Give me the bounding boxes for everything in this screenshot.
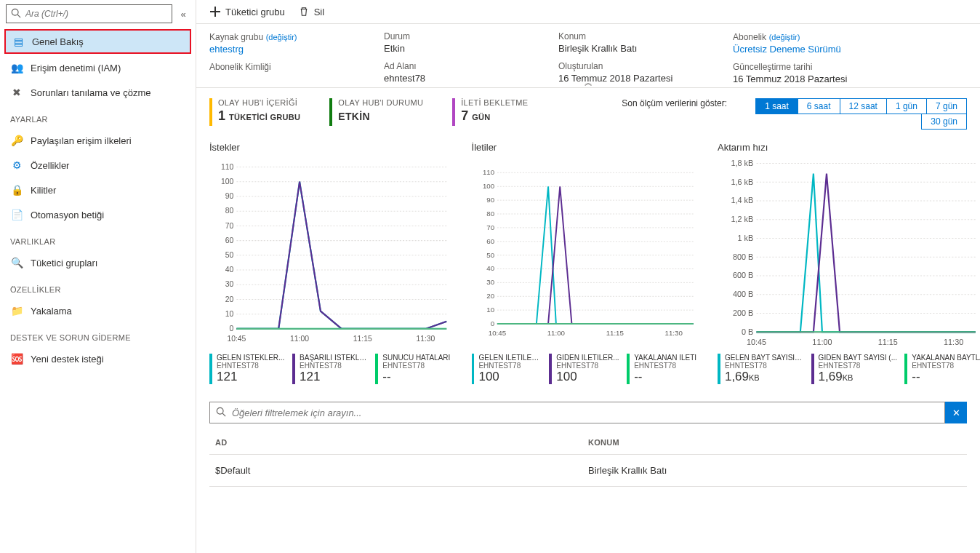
svg-point-0 <box>12 9 18 15</box>
chart-metric[interactable]: GİDEN İLETİLER... EHNTEST78 100 <box>549 354 619 384</box>
chart-metric[interactable]: GELEN BAYT SAYISI (... EHNTEST78 1,69KB <box>718 354 804 384</box>
change-rg-link[interactable]: (değiştir) <box>266 33 297 41</box>
metric-value: 100 <box>478 370 542 384</box>
nav-diagnose[interactable]: ✖ Sorunları tanılama ve çözme <box>0 80 196 105</box>
time-range-buttons: 1 saat6 saat12 saat1 gün7 gün30 gün <box>734 98 967 129</box>
stat-bar-icon <box>452 98 455 126</box>
svg-text:400 B: 400 B <box>733 290 753 298</box>
svg-text:10: 10 <box>225 310 234 318</box>
metric-color-bar <box>292 354 295 384</box>
nav-section-features: ÖZELLİKLER <box>0 275 196 298</box>
svg-text:600 B: 600 B <box>733 271 753 279</box>
chart-metric[interactable]: SUNUCU HATALARI EHNTEST78 -- <box>375 354 451 384</box>
nav-label: Sorunları tanılama ve çözme <box>31 87 150 98</box>
chart-metric[interactable]: GELEN İSTEKLER... EHNTEST78 121 <box>209 354 285 384</box>
nav-properties[interactable]: ⚙ Özellikler <box>0 153 196 178</box>
nav-iam[interactable]: 👥 Erişim denetimi (IAM) <box>0 55 196 80</box>
metric-color-bar <box>811 354 814 384</box>
metric-color-bar <box>375 354 378 384</box>
nav-consumer-groups[interactable]: 🔍 Tüketici grupları <box>0 250 196 275</box>
add-consumer-group-button[interactable]: Tüketici grubu <box>209 6 285 17</box>
script-icon: 📄 <box>10 208 23 221</box>
nav-automation[interactable]: 📄 Otomasyon betiği <box>0 202 196 227</box>
table-row[interactable]: $DefaultBirleşik Krallık Batı <box>209 455 967 487</box>
svg-text:11:15: 11:15 <box>353 335 372 343</box>
ess-ns-value: ehntest78 <box>384 73 529 84</box>
metric-sub: EHNTEST78 <box>725 362 804 370</box>
stat-unit: TÜKETİCİ GRUBU <box>229 113 300 122</box>
nav-label: Yeni destek isteği <box>31 354 104 365</box>
stat-status: OLAY HUB'I DURUMU ETKİN <box>329 98 423 126</box>
svg-text:30: 30 <box>486 278 494 286</box>
nav-capture[interactable]: 📁 Yakalama <box>0 298 196 323</box>
metric-name: YAKALANAN BAYTLAR <box>912 354 980 362</box>
time-range-option[interactable]: 7 gün <box>926 98 967 114</box>
stat-label: İLETİ BEKLETME <box>461 98 528 107</box>
nav-shared-policies[interactable]: 🔑 Paylaşılan erişim ilkeleri <box>0 128 196 153</box>
delete-button[interactable]: Sil <box>298 6 324 17</box>
nav-overview[interactable]: ▤ Genel Bakış <box>4 29 191 54</box>
ess-sub-label: Abonelik <box>733 32 766 42</box>
overview-icon: ▤ <box>12 35 25 48</box>
chart-metric[interactable]: GELEN İLETİLER... EHNTEST78 100 <box>472 354 542 384</box>
svg-text:110: 110 <box>221 163 234 171</box>
metric-sub: EHNTEST78 <box>478 362 542 370</box>
svg-text:11:00: 11:00 <box>812 338 832 346</box>
chart-metric[interactable]: BAŞARILI İSTEKLER EHNTEST78 121 <box>292 354 368 384</box>
svg-text:0: 0 <box>229 325 233 333</box>
nav-new-support[interactable]: 🆘 Yeni destek isteği <box>0 346 196 371</box>
collapse-sidebar-button[interactable]: « <box>177 9 190 20</box>
search-input[interactable] <box>25 9 167 19</box>
stat-label: OLAY HUB'I İÇERİĞİ <box>218 98 300 107</box>
stat-unit: GÜN <box>472 113 490 122</box>
chart-metric[interactable]: YAKALANAN İLETİ EHNTEST78 -- <box>627 354 697 384</box>
nav-label: Erişim denetimi (IAM) <box>31 63 121 73</box>
filter-input-wrapper[interactable] <box>209 402 945 423</box>
button-label: Sil <box>314 7 324 17</box>
stat-content: OLAY HUB'I İÇERİĞİ 1 TÜKETİCİ GRUBU <box>209 98 300 126</box>
nav-locks[interactable]: 🔒 Kilitler <box>0 178 196 202</box>
metric-sub: EHNTEST78 <box>634 362 696 370</box>
metric-sub: EHNTEST78 <box>300 362 368 370</box>
ess-loc-value: Birleşik Krallık Batı <box>558 43 704 54</box>
ess-created-label: Oluşturulan <box>558 61 704 71</box>
svg-text:90: 90 <box>486 196 494 204</box>
collapse-essentials-button[interactable]: ︽ <box>585 77 593 88</box>
ess-rg-value[interactable]: ehtestrg <box>209 44 355 55</box>
chart-area[interactable]: 010203040506070809010011010:4511:0011:15… <box>209 159 451 348</box>
metric-color-bar <box>549 354 552 384</box>
button-label: Tüketici grubu <box>225 7 285 17</box>
sliders-icon: ⚙ <box>10 159 23 172</box>
stat-label: OLAY HUB'I DURUMU <box>338 98 423 107</box>
metric-name: BAŞARILI İSTEKLER <box>300 354 368 362</box>
chart-metric[interactable]: YAKALANAN BAYTLAR EHNTEST78 -- <box>904 354 980 384</box>
svg-text:20: 20 <box>486 292 494 300</box>
time-range-option[interactable]: 6 saat <box>798 98 840 114</box>
chart-area[interactable]: 0 B200 B400 B600 B800 B1 kB1,2 kB1,4 kB1… <box>718 159 980 348</box>
stat-bar-icon <box>209 98 212 126</box>
chart-area[interactable]: 010203040506070809010011010:4511:0011:15… <box>472 159 697 348</box>
table-header: AD KONUM <box>209 431 967 455</box>
main-panel: Tüketici grubu Sil Kaynak grubu (değişti… <box>196 0 980 553</box>
change-sub-link[interactable]: (değiştir) <box>769 33 800 41</box>
svg-text:11:00: 11:00 <box>290 335 309 343</box>
metric-sub: EHNTEST78 <box>819 362 897 370</box>
search-input-wrapper[interactable] <box>6 4 172 23</box>
svg-text:40: 40 <box>225 266 234 274</box>
clear-filter-button[interactable]: ✕ <box>945 402 967 423</box>
col-name-header[interactable]: AD <box>215 438 588 447</box>
ess-sub-value[interactable]: Ücretsiz Deneme Sürümü <box>733 44 878 55</box>
chart-metric[interactable]: GİDEN BAYT SAYISI (... EHNTEST78 1,69KB <box>811 354 898 384</box>
row-name: $Default <box>215 465 588 476</box>
time-range-option[interactable]: 1 saat <box>755 98 798 114</box>
time-range-option[interactable]: 12 saat <box>840 98 887 114</box>
stat-value: 7 <box>461 108 468 123</box>
time-range-option[interactable]: 1 gün <box>886 98 927 114</box>
metric-sub: EHNTEST78 <box>556 362 619 370</box>
chart-panel: İstekler 010203040506070809010011010:451… <box>209 142 451 384</box>
tools-icon: ✖ <box>10 86 23 99</box>
metric-value: 100 <box>556 370 619 384</box>
col-loc-header[interactable]: KONUM <box>588 438 961 447</box>
time-range-option[interactable]: 30 gün <box>921 114 967 130</box>
filter-input[interactable] <box>232 407 939 418</box>
